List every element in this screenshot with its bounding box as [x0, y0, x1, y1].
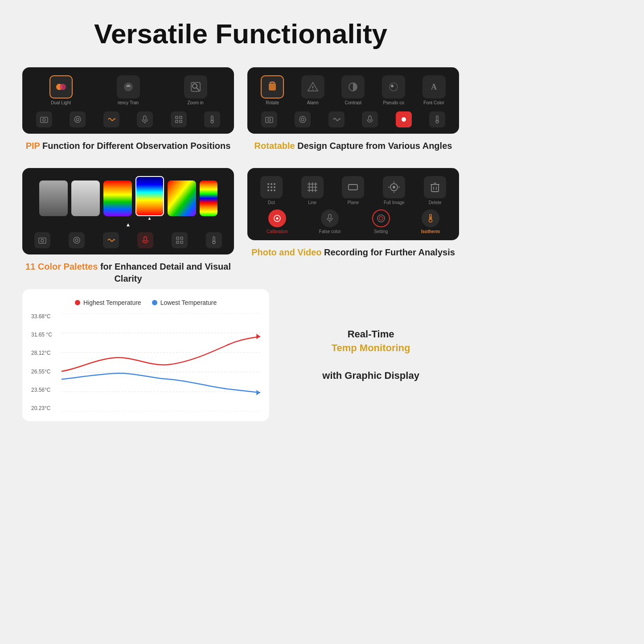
- setting-icon: [372, 209, 390, 227]
- false-color-btn[interactable]: False color: [319, 209, 341, 234]
- pip-bottom-5[interactable]: [171, 111, 187, 127]
- delete-icon: [429, 181, 441, 193]
- svg-rect-38: [144, 237, 147, 241]
- pip-bottom-1[interactable]: [36, 111, 52, 127]
- rotate-top-row: Rotate Alarm: [254, 75, 452, 105]
- y-label-2: 31.65 °C: [31, 332, 52, 338]
- plane-btn[interactable]: Plane: [342, 176, 364, 205]
- palette-bottom-row: [28, 232, 229, 248]
- pal-bottom-4[interactable]: [137, 232, 153, 248]
- chart-svg: [62, 313, 260, 411]
- pip-bottom-3[interactable]: [103, 111, 119, 127]
- calibration-panel: Dot Line: [247, 168, 459, 240]
- svg-marker-87: [256, 334, 260, 339]
- dual-light-icon-box: [49, 75, 73, 98]
- alarm-btn[interactable]: Alarm: [295, 75, 331, 105]
- font-color-btn[interactable]: A Font Color: [416, 75, 452, 105]
- swatch-lightgrey[interactable]: [71, 180, 100, 216]
- pip-bottom-6[interactable]: [204, 111, 220, 127]
- legend-low: Lowest Temperature: [152, 299, 217, 306]
- cal-top-row: Dot Line: [253, 176, 454, 205]
- full-image-btn[interactable]: Full Image: [383, 176, 405, 205]
- dot-btn[interactable]: Dot: [260, 176, 283, 205]
- rotate-caption-rest: Design Capture from Various Angles: [295, 141, 452, 151]
- calibration-btn[interactable]: Calibration: [267, 209, 288, 234]
- feature-pip: Dual Light rency Tran: [22, 67, 234, 152]
- rotate-caption: Rotatable Design Capture from Various An…: [254, 140, 452, 152]
- pal-bottom-3[interactable]: [103, 232, 119, 248]
- svg-rect-13: [180, 116, 182, 119]
- delete-btn[interactable]: Delete: [424, 176, 446, 205]
- swatch-rainbow1[interactable]: [103, 180, 132, 216]
- svg-point-45: [267, 183, 269, 185]
- font-color-label: Font Color: [423, 100, 444, 105]
- svg-rect-34: [39, 238, 46, 243]
- chart-y-labels: 33.68°C 31.65 °C 28.12°C 26.55°C 23.56°C…: [31, 313, 52, 411]
- false-color-label: False color: [319, 229, 341, 234]
- swatch-grey[interactable]: [39, 180, 68, 216]
- contrast-btn[interactable]: Contrast: [335, 75, 371, 105]
- pseudo-icon: [388, 81, 399, 93]
- temp3-icon: [210, 236, 218, 244]
- pip-bottom-4[interactable]: [137, 111, 153, 127]
- y-label-5: 23.56°C: [31, 387, 52, 393]
- svg-line-5: [197, 88, 199, 90]
- pseudo-btn[interactable]: Pseudo co: [376, 75, 412, 105]
- line-btn[interactable]: Line: [301, 176, 324, 205]
- delete-icon-box: [424, 176, 446, 198]
- pal-bottom-5[interactable]: [172, 232, 188, 248]
- svg-point-35: [41, 239, 44, 242]
- legend-high: Highest Temperature: [75, 299, 141, 306]
- rotate-btn[interactable]: Rotate: [254, 75, 291, 105]
- legend-high-dot: [75, 300, 80, 305]
- rot-bottom-2[interactable]: [295, 111, 311, 127]
- transparency-btn[interactable]: rency Tran: [97, 75, 160, 105]
- video-caption-rest: Recording for Further Analysis: [322, 247, 455, 257]
- rot-bottom-4[interactable]: [362, 111, 378, 127]
- calibration-icon: [268, 209, 286, 227]
- svg-point-48: [267, 186, 269, 188]
- line-grid-icon: [306, 181, 319, 193]
- svg-point-36: [75, 239, 78, 242]
- svg-point-1: [60, 84, 66, 90]
- temp-icon: [208, 115, 216, 123]
- chart-section: Highest Temperature Lowest Temperature 3…: [22, 289, 459, 421]
- rot-bottom-3[interactable]: [328, 111, 345, 127]
- pip-bottom-row: [29, 111, 227, 127]
- rotate-icon-box: [261, 75, 284, 98]
- swatch-rainbow3[interactable]: [168, 180, 196, 216]
- false-color-icon: [321, 209, 339, 227]
- setting-btn[interactable]: Setting: [372, 209, 390, 234]
- rot-bottom-5[interactable]: [396, 111, 412, 127]
- y-label-3: 28.12°C: [31, 350, 52, 356]
- svg-point-77: [377, 215, 385, 222]
- pip-highlight: PIP: [26, 141, 40, 151]
- svg-rect-10: [144, 116, 146, 120]
- pal-bottom-2[interactable]: [69, 232, 85, 248]
- pal-bottom-1[interactable]: [34, 232, 50, 248]
- pip-bottom-2[interactable]: [70, 111, 86, 127]
- dual-light-btn[interactable]: Dual Light: [29, 75, 92, 105]
- camera-icon: [40, 115, 48, 123]
- svg-point-23: [390, 83, 398, 91]
- chart-caption-highlight: Temp Monitoring: [332, 341, 410, 355]
- cam3-icon: [38, 236, 46, 244]
- rot-bottom-6[interactable]: [429, 111, 445, 127]
- zoom-in-btn[interactable]: Zoom in: [164, 75, 227, 105]
- setting-label: Setting: [374, 229, 388, 234]
- swatch-selected[interactable]: [135, 176, 164, 216]
- setting-ring-icon: [377, 214, 386, 223]
- pal-bottom-6[interactable]: [206, 232, 222, 248]
- grid3-icon: [176, 236, 184, 244]
- legend-low-dot: [152, 300, 157, 305]
- svg-rect-39: [176, 237, 179, 239]
- settings-icon: [74, 115, 82, 123]
- dot-grid-icon: [265, 181, 278, 193]
- swatch-rainbow4[interactable]: [200, 180, 217, 216]
- rot-bottom-1[interactable]: [261, 111, 277, 127]
- chart-card: Highest Temperature Lowest Temperature 3…: [22, 289, 269, 421]
- isotherm-label: Isotherm: [421, 229, 440, 234]
- isotherm-btn[interactable]: Isotherm: [421, 209, 440, 234]
- svg-point-37: [74, 237, 80, 243]
- y-label-6: 20.23°C: [31, 405, 52, 411]
